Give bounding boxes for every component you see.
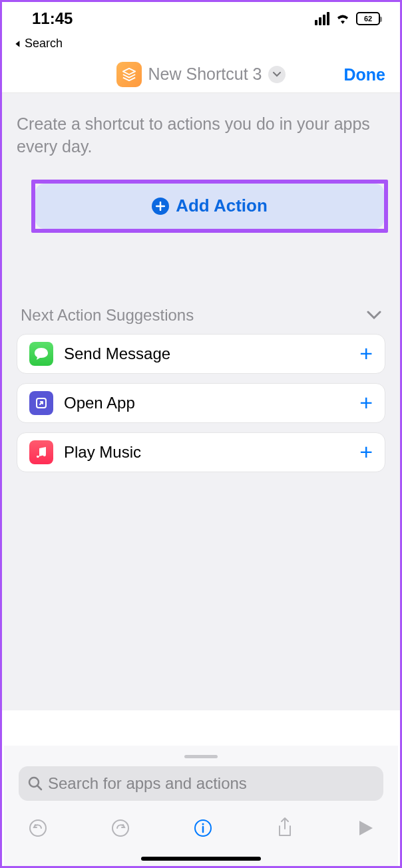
wifi-icon	[335, 12, 351, 25]
svg-point-3	[112, 820, 128, 836]
status-bar: 11:45 62	[2, 2, 400, 35]
undo-button[interactable]	[28, 818, 48, 841]
status-time: 11:45	[32, 9, 73, 28]
suggestions-title: Next Action Suggestions	[21, 306, 194, 325]
back-label: Search	[25, 37, 63, 51]
back-to-search[interactable]: Search	[2, 35, 400, 56]
share-button[interactable]	[276, 817, 294, 842]
shortcut-app-icon	[116, 62, 142, 87]
svg-point-2	[30, 820, 46, 836]
suggestion-play-music[interactable]: Play Music +	[17, 432, 385, 472]
music-icon	[29, 440, 53, 464]
add-suggestion-icon[interactable]: +	[359, 390, 373, 416]
suggestion-send-message[interactable]: Send Message +	[17, 334, 385, 374]
intro-text: Create a shortcut to actions you do in y…	[17, 113, 385, 158]
battery-icon: 62	[356, 12, 380, 25]
messages-icon	[29, 342, 53, 366]
play-button[interactable]	[357, 819, 374, 839]
chevron-down-icon	[273, 72, 281, 77]
nav-header: New Shortcut 3 Done	[2, 56, 400, 93]
suggestion-open-app[interactable]: Open App +	[17, 383, 385, 423]
add-action-label: Add Action	[176, 196, 268, 216]
main-content: Create a shortcut to actions you do in y…	[2, 93, 400, 710]
add-suggestion-icon[interactable]: +	[359, 439, 373, 465]
suggestions-header[interactable]: Next Action Suggestions	[17, 306, 385, 325]
bottom-toolbar	[19, 801, 383, 854]
suggestion-label: Open App	[64, 394, 349, 412]
bottom-panel: Search for apps and actions	[4, 746, 398, 866]
status-indicators: 62	[315, 12, 380, 25]
suggestion-label: Send Message	[64, 345, 349, 363]
search-placeholder: Search for apps and actions	[48, 774, 247, 793]
home-indicator[interactable]	[141, 857, 261, 861]
add-action-highlight: Add Action	[31, 180, 388, 233]
svg-point-5	[202, 823, 204, 825]
drag-handle[interactable]	[184, 755, 218, 758]
search-icon	[28, 776, 43, 791]
add-action-button[interactable]: Add Action	[35, 184, 384, 229]
info-button[interactable]	[193, 818, 213, 841]
suggestion-label: Play Music	[64, 443, 349, 462]
chevron-down-icon	[367, 311, 381, 320]
done-button[interactable]: Done	[344, 65, 386, 84]
plus-circle-icon	[152, 198, 169, 215]
search-input[interactable]: Search for apps and actions	[19, 766, 383, 801]
add-suggestion-icon[interactable]: +	[359, 341, 373, 366]
redo-button[interactable]	[110, 818, 130, 841]
shortcut-title[interactable]: New Shortcut 3	[148, 65, 262, 84]
title-dropdown[interactable]	[268, 66, 286, 83]
open-app-icon	[29, 391, 53, 415]
cellular-icon	[315, 12, 329, 25]
